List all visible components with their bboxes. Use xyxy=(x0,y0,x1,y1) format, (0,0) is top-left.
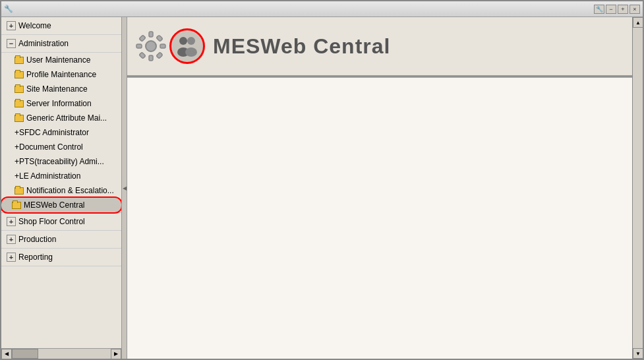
subitem-label: PTS(traceability) Admi... xyxy=(19,157,104,166)
sidebar-subitem-generic-attribute[interactable]: Generic Attribute Mai... xyxy=(1,111,121,125)
sidebar-item-welcome[interactable]: + Welcome xyxy=(1,17,121,35)
folder-icon-server-information xyxy=(15,100,24,107)
svg-rect-7 xyxy=(139,52,146,59)
svg-point-11 xyxy=(187,37,195,45)
h-scroll-track[interactable] xyxy=(12,349,111,359)
doc-expand-icon: + xyxy=(15,142,19,152)
content-header: MESWeb Central xyxy=(127,17,643,76)
h-scroll-left-btn[interactable]: ◀ xyxy=(1,349,12,359)
pin-button[interactable]: 🔧 xyxy=(594,5,604,14)
welcome-expand-icon: + xyxy=(7,21,16,30)
folder-icon-site-maintenance xyxy=(15,86,24,93)
gear-icon xyxy=(135,30,167,62)
v-scroll-track[interactable] xyxy=(633,28,643,348)
svg-rect-6 xyxy=(156,35,163,42)
svg-rect-2 xyxy=(149,55,153,61)
sidebar-item-administration[interactable]: − Administration xyxy=(1,35,121,53)
v-scroll-down-btn[interactable]: ▼ xyxy=(633,348,643,359)
welcome-label: Welcome xyxy=(18,21,51,30)
main-window: 🔧 🔧 − + × + Welcome − Administration xyxy=(0,0,644,360)
collapse-icon: ◀ xyxy=(123,185,127,191)
sidebar-subitem-notification[interactable]: Notification & Escalatio... xyxy=(1,183,121,198)
folder-icon-generic-attribute xyxy=(15,115,24,122)
folder-icon-user-maintenance xyxy=(15,57,24,64)
title-bar: 🔧 🔧 − + × xyxy=(1,1,643,17)
svg-rect-8 xyxy=(156,52,163,59)
close-button[interactable]: × xyxy=(629,5,640,14)
subitem-label: User Maintenance xyxy=(26,55,90,65)
subitem-label: Server Information xyxy=(26,99,92,108)
svg-point-12 xyxy=(185,47,197,57)
sidebar-subitem-server-information[interactable]: Server Information xyxy=(1,96,121,111)
content-area: MESWeb Central ▲ ▼ xyxy=(127,17,643,359)
sidebar-subitem-site-maintenance[interactable]: Site Maintenance xyxy=(1,82,121,96)
administration-expand-icon: − xyxy=(7,39,16,48)
shop-floor-label: Shop Floor Control xyxy=(18,217,85,226)
sidebar-subitem-mesweb-central[interactable]: MESWeb Central xyxy=(1,198,121,212)
subitem-label: Notification & Escalatio... xyxy=(26,186,114,195)
h-scroll-right-btn[interactable]: ▶ xyxy=(111,349,121,359)
subitem-label: Document Control xyxy=(19,142,83,152)
v-scroll-up-btn[interactable]: ▲ xyxy=(633,17,643,28)
svg-rect-5 xyxy=(139,35,146,42)
sidebar: + Welcome − Administration User Maintena… xyxy=(1,17,122,359)
main-area: + Welcome − Administration User Maintena… xyxy=(1,17,643,359)
title-bar-icon: 🔧 xyxy=(4,5,13,13)
right-scrollbar: ▲ ▼ xyxy=(632,17,643,359)
title-bar-buttons: 🔧 − + × xyxy=(594,5,640,14)
subitem-label: Generic Attribute Mai... xyxy=(26,113,107,123)
sidebar-item-shop-floor[interactable]: + Shop Floor Control xyxy=(1,213,121,231)
minimize-button[interactable]: − xyxy=(606,5,616,14)
svg-rect-1 xyxy=(149,32,153,37)
maximize-button[interactable]: + xyxy=(618,5,628,14)
sidebar-subitem-le-administration[interactable]: + LE Administration xyxy=(1,169,121,183)
sidebar-subitem-profile-maintenance[interactable]: Profile Maintenance xyxy=(1,67,121,82)
subitem-label: LE Administration xyxy=(19,171,80,181)
sidebar-subitem-sfdc-admin[interactable]: + SFDC Administrator xyxy=(1,125,121,140)
svg-rect-3 xyxy=(136,44,142,48)
people-icon xyxy=(175,34,200,59)
le-expand-icon: + xyxy=(15,171,19,181)
reporting-expand-icon: + xyxy=(7,253,16,262)
shop-floor-expand-icon: + xyxy=(7,217,16,226)
subitem-label: MESWeb Central xyxy=(24,200,84,210)
subitem-label: SFDC Administrator xyxy=(19,128,89,137)
people-icon-circle xyxy=(169,28,205,64)
pts-expand-icon: + xyxy=(15,157,19,166)
sidebar-item-production[interactable]: + Production xyxy=(1,231,121,249)
sidebar-subitem-pts-admin[interactable]: + PTS(traceability) Admi... xyxy=(1,154,121,169)
folder-icon-notification xyxy=(15,187,24,195)
content-body xyxy=(127,78,643,359)
content-title: MESWeb Central xyxy=(213,34,390,59)
sidebar-scroll[interactable]: + Welcome − Administration User Maintena… xyxy=(1,17,121,348)
production-expand-icon: + xyxy=(7,235,16,244)
svg-rect-4 xyxy=(160,44,165,48)
folder-icon-profile-maintenance xyxy=(15,71,24,78)
sfdc-expand-icon: + xyxy=(15,128,19,137)
sidebar-collapse-handle[interactable]: ◀ xyxy=(122,17,127,359)
subitem-label: Profile Maintenance xyxy=(26,70,96,79)
sidebar-subitem-document-control[interactable]: + Document Control xyxy=(1,140,121,154)
folder-icon-mesweb-central xyxy=(12,202,21,209)
sidebar-item-reporting[interactable]: + Reporting xyxy=(1,249,121,266)
production-label: Production xyxy=(18,235,56,244)
sidebar-subitem-user-maintenance[interactable]: User Maintenance xyxy=(1,53,121,67)
subitem-label: Site Maintenance xyxy=(26,84,88,94)
reporting-label: Reporting xyxy=(18,253,53,262)
svg-point-0 xyxy=(146,41,156,51)
administration-label: Administration xyxy=(18,39,69,48)
sidebar-h-scrollbar: ◀ ▶ xyxy=(1,348,121,359)
svg-point-9 xyxy=(179,37,187,45)
